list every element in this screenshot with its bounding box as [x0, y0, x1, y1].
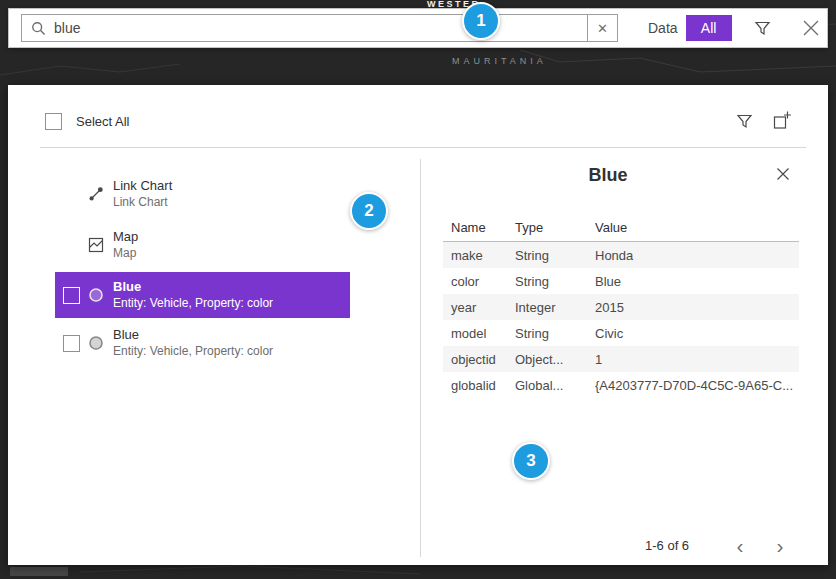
result-item-blue-selected[interactable]: Blue Entity: Vehicle, Property: color [55, 272, 350, 318]
cell-type: String [515, 248, 595, 263]
item-checkbox[interactable] [63, 287, 80, 304]
item-text: Blue Entity: Vehicle, Property: color [113, 327, 273, 359]
search-box: ✕ [21, 14, 618, 42]
cell-name: globalid [443, 378, 515, 393]
data-label: Data [648, 20, 678, 36]
cell-type: Integer [515, 300, 595, 315]
item-title: Map [113, 229, 138, 245]
entity-circle-icon [88, 287, 104, 303]
close-search-icon[interactable] [800, 17, 822, 39]
header-divider [40, 147, 806, 148]
table-header: Name Type Value [443, 213, 799, 242]
item-title: Blue [113, 279, 273, 295]
cell-name: objectid [443, 352, 515, 367]
map-icon [88, 237, 104, 253]
map-label-mauritania: MAURITANIA [452, 56, 547, 66]
callout-badge-1: 1 [462, 2, 500, 40]
search-toolbar: ✕ Data All [8, 8, 828, 48]
filter-icon[interactable] [754, 19, 772, 37]
table-row: objectid Object... 1 [443, 346, 799, 372]
item-title: Blue [113, 327, 273, 343]
vertical-divider [420, 159, 421, 557]
link-chart-icon [88, 186, 104, 202]
result-item-link-chart[interactable]: Link Chart Link Chart [55, 174, 350, 214]
search-results-panel: Select All Link Chart Link Chart [8, 85, 828, 565]
item-subtitle: Link Chart [113, 195, 172, 210]
table-row: globalid Global... {A4203777-D70D-4C5C-9… [443, 372, 799, 398]
item-text: Blue Entity: Vehicle, Property: color [113, 279, 273, 311]
item-subtitle: Entity: Vehicle, Property: color [113, 296, 273, 311]
add-to-map-icon[interactable] [772, 111, 792, 131]
properties-table: Name Type Value make String Honda color … [443, 213, 799, 398]
item-subtitle: Map [113, 246, 138, 261]
cell-value: Civic [595, 326, 799, 341]
results-filter-icon[interactable] [734, 111, 754, 131]
detail-title: Blue [420, 165, 796, 186]
cell-name: year [443, 300, 515, 315]
cell-value: Blue [595, 274, 799, 289]
table-body: make String Honda color String Blue year… [443, 242, 799, 398]
search-input[interactable] [54, 15, 587, 41]
panel-header: Select All [45, 109, 792, 133]
column-header-name: Name [443, 220, 515, 235]
item-subtitle: Entity: Vehicle, Property: color [113, 344, 273, 359]
clear-search-button[interactable]: ✕ [587, 15, 617, 41]
table-row: year Integer 2015 [443, 294, 799, 320]
column-header-type: Type [515, 220, 595, 235]
cell-name: make [443, 248, 515, 263]
item-text: Map Map [113, 229, 138, 261]
cell-name: color [443, 274, 515, 289]
select-all-checkbox[interactable] [45, 113, 62, 130]
pagination-next-icon[interactable]: › [770, 535, 790, 557]
cell-type: String [515, 274, 595, 289]
table-row: color String Blue [443, 268, 799, 294]
cell-value: {A4203777-D70D-4C5C-9A65-C... [595, 378, 799, 393]
map-attribution [10, 567, 68, 576]
cell-value: Honda [595, 248, 799, 263]
result-item-blue[interactable]: Blue Entity: Vehicle, Property: color [55, 320, 350, 366]
cell-type: Object... [515, 352, 595, 367]
select-all-label: Select All [76, 114, 129, 129]
result-item-map[interactable]: Map Map [55, 225, 350, 265]
all-filter-button[interactable]: All [686, 15, 732, 41]
cell-type: String [515, 326, 595, 341]
pagination-label: 1-6 of 6 [645, 538, 689, 553]
table-row: make String Honda [443, 242, 799, 268]
entity-circle-icon [88, 335, 104, 351]
detail-close-icon[interactable] [774, 165, 792, 183]
table-row: model String Civic [443, 320, 799, 346]
cell-type: Global... [515, 378, 595, 393]
pagination-prev-icon[interactable]: ‹ [730, 535, 750, 557]
search-icon [22, 15, 54, 41]
cell-name: model [443, 326, 515, 341]
callout-badge-2: 2 [350, 192, 388, 230]
column-header-value: Value [595, 220, 799, 235]
item-text: Link Chart Link Chart [113, 178, 172, 210]
cell-value: 2015 [595, 300, 799, 315]
callout-badge-3: 3 [512, 442, 550, 480]
cell-value: 1 [595, 352, 799, 367]
item-checkbox[interactable] [63, 335, 80, 352]
item-title: Link Chart [113, 178, 172, 194]
